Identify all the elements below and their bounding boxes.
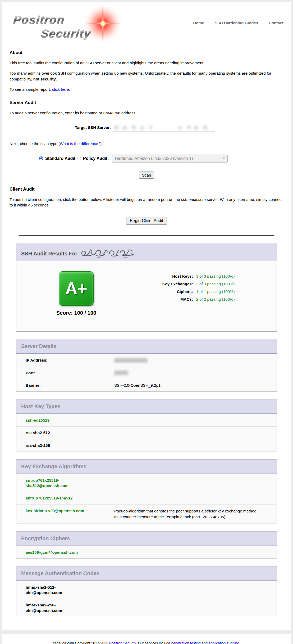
- banner-value: SSH-2.0-OpenSSH_9.2p1: [114, 383, 161, 388]
- macs-panel: Message Authentication Codes hmac-sha2-5…: [16, 566, 277, 617]
- about-heading: About: [10, 50, 283, 55]
- table-row: aes256-gcm@openssh.com: [16, 546, 277, 559]
- port-label: Port:: [26, 370, 114, 376]
- key-exchange-header: Key Exchange Algorithms: [16, 460, 277, 474]
- kex-algorithm-note: Pseudo-algorithm that denotes the peer s…: [114, 508, 257, 520]
- standard-audit-radio[interactable]: [39, 156, 43, 160]
- footer-line1-end: .: [239, 641, 240, 644]
- ip-address-label: IP Address:: [26, 358, 114, 363]
- stat-label-macs: MACs:: [136, 297, 193, 301]
- logo-word-positron: Positron: [12, 13, 65, 26]
- client-audit-intro: To audit a client configuration, click t…: [10, 197, 283, 208]
- target-server-label: Target SSH Server:: [10, 125, 112, 130]
- table-row-port: Port:: [16, 367, 277, 379]
- key-exchange-panel: Key Exchange Algorithms sntrup761x25519-…: [16, 459, 277, 524]
- redacted-port-value: [114, 371, 128, 375]
- kex-algorithm-name: sntrup761x25519-sha512@openssh.com: [26, 478, 95, 489]
- about-paragraph-3: To see a sample report, click here.: [10, 87, 283, 92]
- cipher-name: aes256-gcm@openssh.com: [26, 550, 78, 555]
- begin-client-audit-row: Begin Client Audit: [10, 217, 283, 225]
- scan-type-suffix: ):: [100, 141, 103, 146]
- redacted-hostname-blur: [112, 123, 214, 132]
- sample-report-link[interactable]: click here: [52, 87, 69, 92]
- standard-audit-label: Standard Audit: [45, 156, 75, 161]
- footer-services-text: . Our services include: [136, 641, 171, 644]
- results-title: SSH Audit Results For: [21, 251, 77, 257]
- redacted-hostname-scribble: [80, 247, 138, 258]
- policy-audit-label: Policy Audit:: [83, 156, 109, 161]
- target-server-input[interactable]: [112, 123, 214, 132]
- mac-name: hmac-sha2-256-etm@openssh.com: [26, 602, 80, 613]
- server-audit-heading: Server Audit: [10, 100, 283, 105]
- footer-positron-link[interactable]: Positron Security: [109, 641, 136, 644]
- footer-pentest-link[interactable]: penetration testing: [171, 641, 201, 644]
- macs-header: Message Authentication Codes: [16, 566, 277, 581]
- scan-button[interactable]: Scan: [139, 172, 154, 179]
- grade-letter: A+: [65, 279, 88, 298]
- table-row: sntrup761x25519-sha512: [16, 492, 277, 504]
- site-header: Positron Security Home SSH Hardening Gui…: [2, 2, 291, 42]
- host-key-types-panel: Host Key Types ssh-ed25519 rsa-sha2-512 …: [16, 399, 277, 452]
- scan-type-line: Next, choose the scan type (What is the …: [10, 141, 283, 146]
- host-key-name: rsa-sha2-512: [26, 430, 50, 435]
- positron-security-logo: Positron Security: [10, 6, 123, 41]
- host-key-types-header: Host Key Types: [16, 399, 277, 414]
- about-p1-text: This free tool audits the configuration …: [10, 61, 204, 65]
- stat-label-ciphers: Ciphers:: [136, 289, 193, 294]
- footer-appaudit-link[interactable]: application auditing: [209, 641, 239, 644]
- stat-value-key-exchanges: 3 of 3 passing (100%): [196, 282, 235, 286]
- about-paragraph-1: This free tool audits the configuration …: [10, 60, 283, 66]
- table-row-ip: IP Address:: [16, 354, 277, 366]
- stat-value-ciphers: 1 of 1 passing (100%): [196, 289, 235, 294]
- stat-label-host-keys: Host Keys:: [136, 274, 193, 278]
- client-audit-heading: Client Audit: [10, 187, 283, 192]
- results-panel-header: SSH Audit Results For: [16, 243, 277, 261]
- mac-name: hmac-sha2-512-etm@openssh.com: [26, 585, 80, 596]
- table-row: hmac-sha2-512-etm@openssh.com: [16, 581, 277, 599]
- encryption-ciphers-header: Encryption Ciphers: [16, 532, 277, 546]
- main-card: Positron Security Home SSH Hardening Gui…: [2, 2, 291, 630]
- footer-line-1: sshaudit.com Copyright 2017-2023 Positro…: [5, 641, 288, 644]
- main-nav: Home SSH Hardening Guides Contact: [193, 21, 283, 42]
- server-audit-intro: To audit a server configuration, enter i…: [10, 110, 283, 116]
- scan-type-row: Standard Audit Policy Audit: Hardened Am…: [39, 155, 283, 163]
- nav-ssh-hardening-guides[interactable]: SSH Hardening Guides: [215, 21, 258, 42]
- table-row: ssh-ed25519: [16, 414, 277, 426]
- server-details-panel: Server Details IP Address: Port: Banner:…: [16, 339, 277, 392]
- host-key-name: ssh-ed25519: [26, 418, 49, 423]
- ssh-audit-results-panel: SSH Audit Results For A+ Score: 100 / 10…: [16, 243, 277, 332]
- client-audit-domain: ssh-audit.com: [181, 197, 206, 202]
- stat-value-macs: 2 of 2 passing (100%): [196, 297, 235, 301]
- redacted-ip-value: [114, 358, 148, 363]
- encryption-ciphers-panel: Encryption Ciphers aes256-gcm@openssh.co…: [16, 531, 277, 559]
- table-row-banner: Banner: SSH-2.0-OpenSSH_9.2p1: [16, 379, 277, 391]
- begin-client-audit-button[interactable]: Begin Client Audit: [126, 217, 167, 225]
- chevron-down-icon: ˅: [223, 157, 225, 160]
- about-p2-bold: not security: [33, 77, 56, 81]
- nav-contact[interactable]: Contact: [269, 21, 283, 42]
- table-row: sntrup761x25519-sha512@openssh.com: [16, 474, 277, 492]
- about-paragraph-2: Too many admins overlook SSH configurati…: [10, 70, 283, 82]
- client-audit-intro-prefix: To audit a client configuration, click t…: [10, 197, 181, 202]
- site-footer: sshaudit.com Copyright 2017-2023 Positro…: [2, 634, 291, 644]
- footer-and-text: and: [201, 641, 209, 644]
- scan-button-row: Scan: [10, 172, 283, 179]
- host-key-name: rsa-sha2-256: [26, 443, 50, 448]
- sample-report-prefix: To see a sample report,: [10, 87, 52, 92]
- stat-value-host-keys: 3 of 3 passing (100%): [196, 274, 235, 278]
- table-row: rsa-sha2-256: [16, 439, 277, 452]
- policy-audit-radio[interactable]: [77, 157, 81, 160]
- table-row: hmac-sha2-256-etm@openssh.com: [16, 599, 277, 617]
- header-divider: [7, 42, 286, 42]
- nav-home[interactable]: Home: [193, 21, 204, 42]
- policy-select-value: Hardened Amazon Linux 2023 (version 1): [115, 156, 193, 161]
- table-row: kex-strict-s-v00@openssh.com Pseudo-algo…: [16, 505, 277, 524]
- target-server-row: Target SSH Server:: [10, 123, 283, 132]
- table-row: rsa-sha2-512: [16, 426, 277, 439]
- kex-algorithm-name: kex-strict-s-v00@openssh.com: [26, 508, 84, 514]
- footer-domain: sshaudit.com: [53, 641, 74, 644]
- policy-select[interactable]: Hardened Amazon Linux 2023 (version 1) ˅: [112, 155, 228, 163]
- logo-word-security: Security: [40, 27, 92, 40]
- scan-type-difference-link[interactable]: What is the difference?: [60, 141, 100, 146]
- section-divider: [19, 235, 274, 236]
